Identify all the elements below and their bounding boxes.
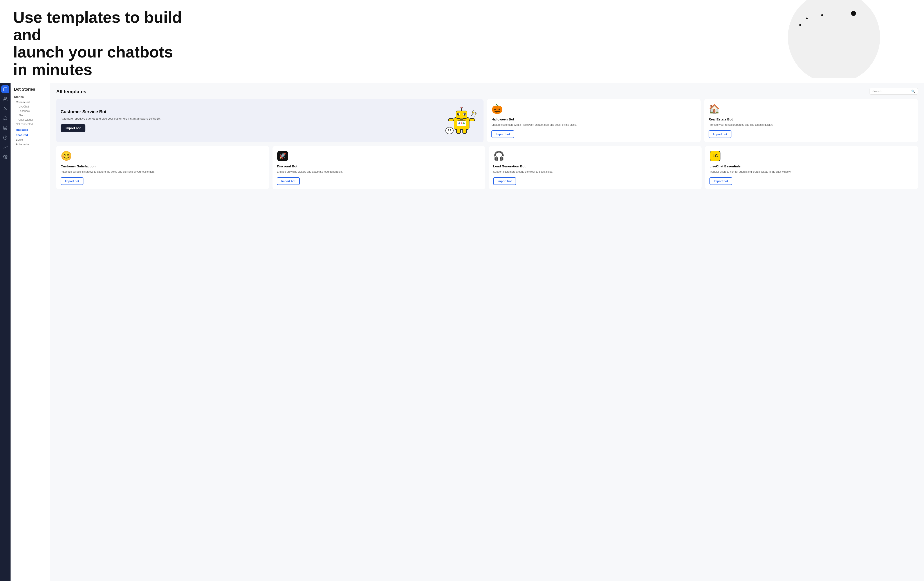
templates-section: Templates Featured Basic Automation xyxy=(10,128,50,146)
hero-section: Use templates to build and launch your c… xyxy=(0,0,924,78)
svg-rect-21 xyxy=(463,129,467,133)
leadgen-card: 🎧 Lead Generation Bot Support customers … xyxy=(489,146,701,189)
featured-card-image xyxy=(444,106,479,135)
livechat-title: LiveChat Essentials xyxy=(710,165,914,168)
svg-rect-13 xyxy=(460,118,463,120)
svg-point-2 xyxy=(4,126,7,127)
menu-basic[interactable]: Basic xyxy=(14,137,46,142)
discount-icon: 🚀 xyxy=(277,150,288,162)
svg-point-12 xyxy=(461,107,462,109)
svg-point-17 xyxy=(463,122,465,124)
dot-decoration xyxy=(821,14,823,16)
realestate-desc: Promote your rental properties and find … xyxy=(709,123,914,127)
menu-livechat[interactable]: LiveChat xyxy=(14,104,46,109)
featured-card: Customer Service Bot Automate repetitive… xyxy=(56,99,483,142)
livechat-card: LC LiveChat Essentials Transfer users to… xyxy=(705,146,918,189)
menu-not-connected: Not connected xyxy=(14,122,46,127)
discount-desc: Engage browsing visitors and automate le… xyxy=(277,170,481,174)
search-icon: 🔍 xyxy=(911,89,915,93)
svg-point-10 xyxy=(464,114,465,115)
nav-chat[interactable] xyxy=(1,86,9,93)
sidebar-nav xyxy=(0,83,10,581)
side-menu: Bot Stories Stories Connected LiveChat F… xyxy=(10,83,50,581)
hero-bg-circle xyxy=(788,0,880,78)
dot-decoration xyxy=(806,18,808,19)
featured-import-button[interactable]: Import bot xyxy=(61,124,86,132)
leadgen-icon: 🎧 xyxy=(493,150,505,162)
satisfaction-title: Customer Satisfaction xyxy=(61,165,265,168)
featured-card-desc: Automate repetitive queries and give you… xyxy=(61,117,444,121)
svg-rect-18 xyxy=(449,119,454,121)
section-title: All templates xyxy=(56,89,918,95)
nav-database[interactable] xyxy=(1,124,9,132)
satisfaction-card: 😊 Customer Satisfaction Automate collect… xyxy=(56,146,269,189)
svg-point-15 xyxy=(459,122,460,124)
realestate-import-button[interactable]: Import bot xyxy=(709,130,731,138)
featured-card-content: Customer Service Bot Automate repetitive… xyxy=(61,109,444,132)
template-grid-row1: Customer Service Bot Automate repetitive… xyxy=(56,99,918,142)
discount-card: 🚀 Discount Bot Engage browsing visitors … xyxy=(272,146,485,189)
leadgen-desc: Support customers around the clock to bo… xyxy=(493,170,697,174)
svg-point-22 xyxy=(446,127,454,134)
svg-point-0 xyxy=(4,97,5,99)
realestate-icon: 🏠 xyxy=(709,103,720,115)
dot-decoration xyxy=(799,24,801,26)
nav-users[interactable] xyxy=(1,95,9,103)
halloween-import-button[interactable]: Import bot xyxy=(492,130,514,138)
menu-featured[interactable]: Featured xyxy=(14,133,46,137)
svg-rect-20 xyxy=(457,129,460,133)
menu-facebook[interactable]: Facebook xyxy=(14,109,46,113)
halloween-desc: Engage customers with a Halloween chatbo… xyxy=(492,123,696,127)
halloween-title: Halloween Bot xyxy=(492,117,696,121)
satisfaction-import-button[interactable]: Import bot xyxy=(61,177,83,185)
menu-slack[interactable]: Slack xyxy=(14,113,46,118)
stories-section: Stories Connected LiveChat Facebook Slac… xyxy=(10,95,50,127)
satisfaction-icon: 😊 xyxy=(61,150,72,162)
satisfaction-desc: Automate collecting surveys to capture t… xyxy=(61,170,265,174)
search-input[interactable] xyxy=(873,89,911,93)
nav-settings[interactable] xyxy=(1,153,9,161)
discount-import-button[interactable]: Import bot xyxy=(277,177,300,185)
search-bar: 🔍 xyxy=(870,88,918,95)
hero-title: Use templates to build and launch your c… xyxy=(13,9,189,78)
template-grid-row2: 😊 Customer Satisfaction Automate collect… xyxy=(56,146,918,189)
menu-connected[interactable]: Connected xyxy=(14,100,46,104)
realestate-title: Real Estate Bot xyxy=(709,117,914,121)
svg-point-4 xyxy=(5,156,6,157)
leadgen-title: Lead Generation Bot xyxy=(493,165,697,168)
halloween-icon: 🎃 xyxy=(492,103,503,115)
content-area: 🔍 All templates Customer Service Bot Aut… xyxy=(50,83,924,581)
halloween-card: 🎃 Halloween Bot Engage customers with a … xyxy=(487,99,701,142)
nav-analytics[interactable] xyxy=(1,143,9,151)
featured-card-title: Customer Service Bot xyxy=(61,109,444,114)
templates-label: Templates xyxy=(14,128,46,132)
stories-label: Stories xyxy=(14,95,46,99)
svg-rect-19 xyxy=(469,119,475,121)
svg-point-9 xyxy=(458,114,459,115)
realestate-card: 🏠 Real Estate Bot Promote your rental pr… xyxy=(704,99,918,142)
svg-point-16 xyxy=(461,122,462,124)
side-menu-title: Bot Stories xyxy=(10,87,50,95)
nav-messages[interactable] xyxy=(1,114,9,122)
nav-contacts[interactable] xyxy=(1,105,9,113)
discount-title: Discount Bot xyxy=(277,165,481,168)
menu-chat-widget[interactable]: Chat Widget xyxy=(14,118,46,122)
leadgen-import-button[interactable]: Import bot xyxy=(493,177,516,185)
menu-automation[interactable]: Automation xyxy=(14,142,46,146)
dot-decoration xyxy=(851,11,856,16)
svg-point-23 xyxy=(448,129,449,130)
svg-point-24 xyxy=(450,129,451,130)
livechat-icon: LC xyxy=(710,150,721,162)
main-layout: Bot Stories Stories Connected LiveChat F… xyxy=(0,83,924,581)
nav-clock[interactable] xyxy=(1,133,9,142)
livechat-desc: Transfer users to human agents and creat… xyxy=(710,170,914,174)
robot-svg xyxy=(445,106,478,135)
livechat-import-button[interactable]: Import bot xyxy=(710,177,732,185)
svg-point-1 xyxy=(5,107,6,109)
